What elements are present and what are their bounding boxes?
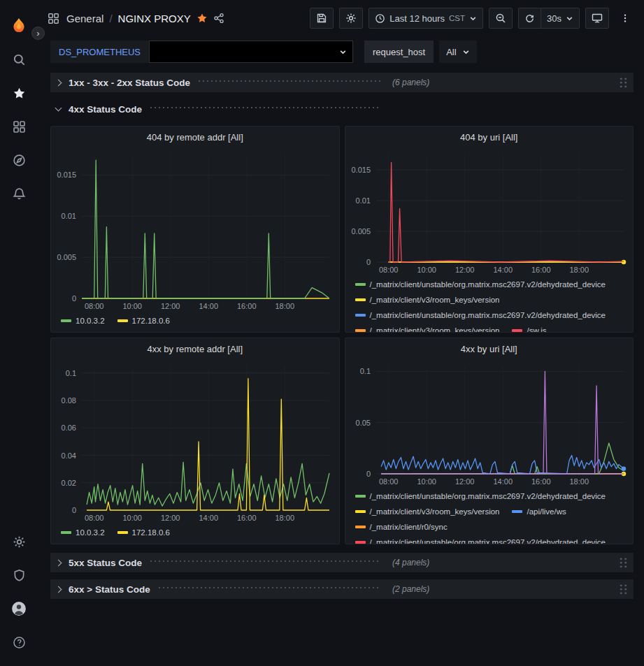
grafana-flame-icon xyxy=(10,17,28,35)
sidebar-bottom-group xyxy=(10,525,28,659)
row-left: 6xx > Status Code xyxy=(54,584,382,595)
legend-item[interactable]: 10.0.3.2 xyxy=(61,526,105,540)
row-left: 4xx Status Code xyxy=(54,104,382,115)
panel-legend: 10.0.3.2172.18.0.6 xyxy=(51,524,339,544)
legend-item[interactable]: /sw.js xyxy=(512,324,546,332)
legend-item[interactable]: /_matrix/client/unstable/org.matrix.msc2… xyxy=(355,277,606,291)
row-title: 4xx Status Code xyxy=(69,104,142,115)
refresh-interval-label: 30s xyxy=(547,13,561,24)
legend-item[interactable]: 172.18.0.6 xyxy=(117,314,170,328)
legend-swatch xyxy=(355,329,366,332)
sidebar-expand-button[interactable]: › xyxy=(31,27,45,40)
dashboard-settings-button[interactable] xyxy=(339,8,363,29)
search-icon[interactable] xyxy=(10,50,28,68)
floppy-icon xyxy=(316,13,327,24)
panel-legend: /_matrix/client/unstable/org.matrix.msc2… xyxy=(345,276,634,332)
time-range-picker[interactable]: Last 12 hours CST xyxy=(368,8,483,29)
panel-chart[interactable]: 08:0010:0012:0014:0016:0018:0000.050.1 xyxy=(345,359,634,488)
top-navbar: General / NGINX PROXY xyxy=(38,0,644,36)
legend-swatch xyxy=(61,319,71,322)
server-admin-shield-icon[interactable] xyxy=(10,566,28,584)
panel-title[interactable]: 404 by remote addr [All] xyxy=(51,126,339,147)
starred-dashboards-icon[interactable] xyxy=(10,84,28,102)
dashboard-row-header[interactable]: 1xx - 3xx - 2xx Status Code (6 panels) xyxy=(50,73,634,92)
legend-item[interactable]: 10.0.3.2 xyxy=(61,314,105,328)
legend-swatch xyxy=(61,531,71,534)
user-avatar[interactable] xyxy=(10,600,28,618)
panel-chart[interactable]: 08:0010:0012:0014:0016:0018:0000.020.040… xyxy=(51,359,339,524)
panel-chart[interactable]: 08:0010:0012:0014:0016:0018:0000.0050.01… xyxy=(345,147,634,276)
row-dotted-leader xyxy=(149,560,381,563)
legend-item[interactable]: /_matrix/client/unstable/org.matrix.msc2… xyxy=(355,489,606,503)
favorite-star-icon[interactable] xyxy=(196,13,208,24)
kebab-menu-button[interactable] xyxy=(615,8,636,29)
explore-compass-icon[interactable] xyxy=(10,151,28,169)
clock-icon xyxy=(375,13,385,24)
panel-title[interactable]: 4xx by remote addr [All] xyxy=(51,338,339,359)
panel-chart[interactable]: 08:0010:0012:0014:0016:0018:0000.0050.01… xyxy=(51,147,339,312)
svg-text:16:00: 16:00 xyxy=(531,266,550,274)
row-drag-handle[interactable] xyxy=(619,557,628,569)
dashboards-icon[interactable] xyxy=(10,117,28,136)
legend-label: /_matrix/client/unstable/org.matrix.msc2… xyxy=(370,489,606,503)
dashboard-grid-icon[interactable] xyxy=(48,13,59,24)
variable-label-datasource: DS_PROMETHEUS xyxy=(50,41,149,63)
breadcrumb-separator: / xyxy=(109,13,112,24)
row-drag-handle[interactable] xyxy=(619,584,628,595)
chevron-down-icon xyxy=(469,15,477,22)
row-chevron-icon xyxy=(55,79,62,86)
legend-label: /_matrix/client/r0/sync xyxy=(370,520,448,534)
legend-swatch xyxy=(512,510,522,513)
legend-item[interactable]: 172.18.0.6 xyxy=(117,526,170,540)
variable-label-request-host: request_host xyxy=(364,41,434,63)
panel-legend: /_matrix/client/unstable/org.matrix.msc2… xyxy=(345,488,634,544)
cycle-view-mode-button[interactable] xyxy=(585,8,609,29)
dashboard-row-header[interactable]: 5xx Status Code (4 panels) xyxy=(50,553,634,572)
legend-item[interactable]: /_matrix/client/v3/room_keys/version xyxy=(355,293,500,307)
legend-item[interactable]: /_matrix/client/r0/sync xyxy=(355,520,448,534)
svg-text:0.02: 0.02 xyxy=(62,479,76,487)
panel: 4xx by uri [All] 08:0010:0012:0014:0016:… xyxy=(345,338,634,544)
alerting-bell-icon[interactable] xyxy=(10,184,28,203)
dashboard-row-header[interactable]: 4xx Status Code xyxy=(50,99,634,119)
row-chevron-icon xyxy=(55,586,62,593)
svg-text:16:00: 16:00 xyxy=(531,477,550,486)
legend-item[interactable]: /_matrix/client/unstable/org.matrix.msc2… xyxy=(355,535,606,544)
legend-swatch xyxy=(355,283,366,286)
legend-label: 10.0.3.2 xyxy=(76,526,105,540)
svg-text:10:00: 10:00 xyxy=(122,302,142,310)
svg-text:18:00: 18:00 xyxy=(569,266,589,274)
row-left: 1xx - 3xx - 2xx Status Code xyxy=(54,78,382,88)
variable-value-datasource[interactable] xyxy=(149,41,353,63)
save-dashboard-button[interactable] xyxy=(310,8,334,29)
legend-item[interactable]: /_matrix/client/v3/room_keys/version xyxy=(355,505,500,519)
legend-swatch xyxy=(512,329,522,332)
legend-item[interactable]: /api/live/ws xyxy=(512,505,566,519)
panel-legend: 10.0.3.2172.18.0.6 xyxy=(51,312,339,332)
panel-title[interactable]: 4xx by uri [All] xyxy=(345,338,634,359)
grafana-logo[interactable] xyxy=(10,17,28,35)
legend-item[interactable]: /_matrix/client/unstable/org.matrix.msc2… xyxy=(355,308,606,322)
help-icon[interactable] xyxy=(10,633,28,651)
row-panel-count: (2 panels) xyxy=(392,584,429,594)
legend-label: /_matrix/client/v3/room_keys/version xyxy=(370,324,500,332)
refresh-interval-dropdown[interactable]: 30s xyxy=(541,8,580,29)
panel-title[interactable]: 404 by uri [All] xyxy=(345,126,634,147)
legend-item[interactable]: /_matrix/client/v3/room_keys/version xyxy=(355,324,500,332)
breadcrumb-folder[interactable]: General xyxy=(66,13,103,24)
svg-text:18:00: 18:00 xyxy=(276,514,295,522)
svg-text:14:00: 14:00 xyxy=(199,302,218,310)
svg-text:08:00: 08:00 xyxy=(378,477,398,486)
dashboard-row-header[interactable]: 6xx > Status Code (2 panels) xyxy=(50,579,634,599)
row-chevron-icon xyxy=(55,559,62,566)
legend-label: /api/live/ws xyxy=(527,505,566,519)
row-drag-handle[interactable] xyxy=(619,77,628,89)
svg-text:16:00: 16:00 xyxy=(237,514,257,522)
row-dotted-leader xyxy=(157,586,381,589)
variable-value-request-host[interactable]: All xyxy=(439,41,476,63)
share-icon[interactable] xyxy=(213,13,224,24)
svg-text:12:00: 12:00 xyxy=(161,302,180,310)
refresh-button[interactable] xyxy=(518,8,541,29)
zoom-out-button[interactable] xyxy=(489,8,513,29)
settings-gear-icon[interactable] xyxy=(10,533,28,551)
